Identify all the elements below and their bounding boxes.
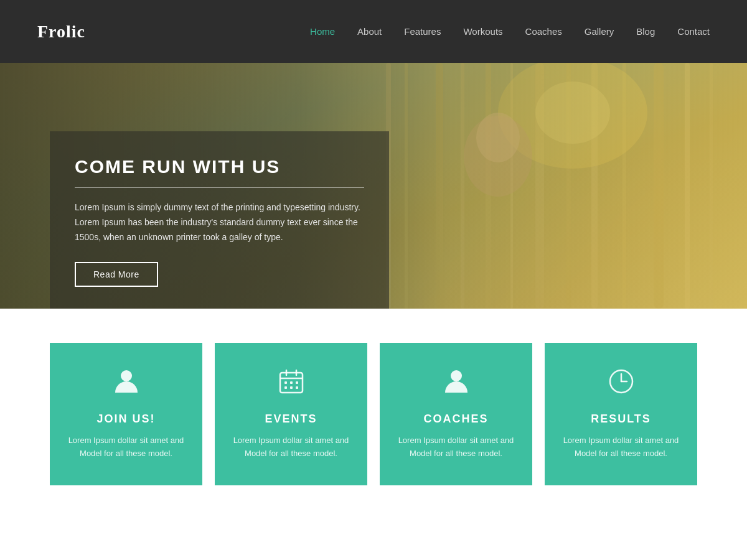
nav-link-gallery[interactable]: Gallery bbox=[585, 26, 614, 37]
card-join-us-text: Lorem Ipsum dollar sit amet and Model fo… bbox=[62, 434, 190, 460]
svg-point-30 bbox=[451, 370, 462, 381]
card-results-text: Lorem Ipsum dollar sit amet and Model fo… bbox=[557, 434, 685, 460]
navbar: Frolic Home About Features Workouts Coac… bbox=[0, 0, 747, 63]
card-coaches-title: COACHES bbox=[423, 413, 488, 426]
nav-link-home[interactable]: Home bbox=[310, 26, 335, 37]
svg-rect-25 bbox=[290, 381, 293, 384]
read-more-button[interactable]: Read More bbox=[75, 262, 158, 287]
card-coaches: COACHES Lorem Ipsum dollar sit amet and … bbox=[380, 343, 532, 485]
card-results: RESULTS Lorem Ipsum dollar sit amet and … bbox=[545, 343, 697, 485]
svg-rect-26 bbox=[296, 381, 298, 384]
nav-item-home[interactable]: Home bbox=[310, 26, 335, 37]
calendar-icon bbox=[278, 368, 305, 401]
svg-rect-29 bbox=[296, 386, 298, 389]
hero-divider bbox=[75, 187, 364, 188]
hero-content-box: COME RUN WITH US Lorem Ipsum is simply d… bbox=[50, 131, 389, 309]
svg-rect-28 bbox=[290, 386, 293, 389]
nav-link-coaches[interactable]: Coaches bbox=[525, 26, 562, 37]
card-events-text: Lorem Ipsum dollar sit amet and Model fo… bbox=[227, 434, 355, 460]
nav-item-features[interactable]: Features bbox=[404, 26, 441, 37]
clock-icon bbox=[608, 368, 635, 401]
nav-link-blog[interactable]: Blog bbox=[636, 26, 655, 37]
nav-link-workouts[interactable]: Workouts bbox=[463, 26, 502, 37]
card-join-us: JOIN US! Lorem Ipsum dollar sit amet and… bbox=[50, 343, 202, 485]
nav-link-features[interactable]: Features bbox=[404, 26, 441, 37]
card-events-title: EVENTS bbox=[265, 413, 317, 426]
svg-rect-27 bbox=[284, 386, 287, 389]
nav-item-blog[interactable]: Blog bbox=[636, 26, 655, 37]
card-results-title: RESULTS bbox=[591, 413, 651, 426]
nav-item-workouts[interactable]: Workouts bbox=[463, 26, 502, 37]
hero-description: Lorem Ipsum is simply dummy text of the … bbox=[75, 200, 364, 245]
nav-item-contact[interactable]: Contact bbox=[677, 26, 710, 37]
card-join-us-title: JOIN US! bbox=[96, 413, 155, 426]
svg-rect-24 bbox=[284, 381, 287, 384]
nav-item-about[interactable]: About bbox=[357, 26, 382, 37]
nav-link-about[interactable]: About bbox=[357, 26, 382, 37]
card-coaches-text: Lorem Ipsum dollar sit amet and Model fo… bbox=[392, 434, 520, 460]
nav-item-gallery[interactable]: Gallery bbox=[585, 26, 614, 37]
nav-link-contact[interactable]: Contact bbox=[677, 26, 710, 37]
person-icon bbox=[113, 368, 140, 401]
hero-section: COME RUN WITH US Lorem Ipsum is simply d… bbox=[0, 63, 747, 309]
brand-logo[interactable]: Frolic bbox=[37, 22, 85, 42]
svg-point-19 bbox=[121, 370, 132, 381]
cards-section: JOIN US! Lorem Ipsum dollar sit amet and… bbox=[0, 309, 747, 523]
nav-links: Home About Features Workouts Coaches Gal… bbox=[310, 26, 710, 37]
coaches-icon bbox=[443, 368, 470, 401]
card-events: EVENTS Lorem Ipsum dollar sit amet and M… bbox=[215, 343, 367, 485]
nav-item-coaches[interactable]: Coaches bbox=[525, 26, 562, 37]
hero-title: COME RUN WITH US bbox=[75, 156, 364, 177]
